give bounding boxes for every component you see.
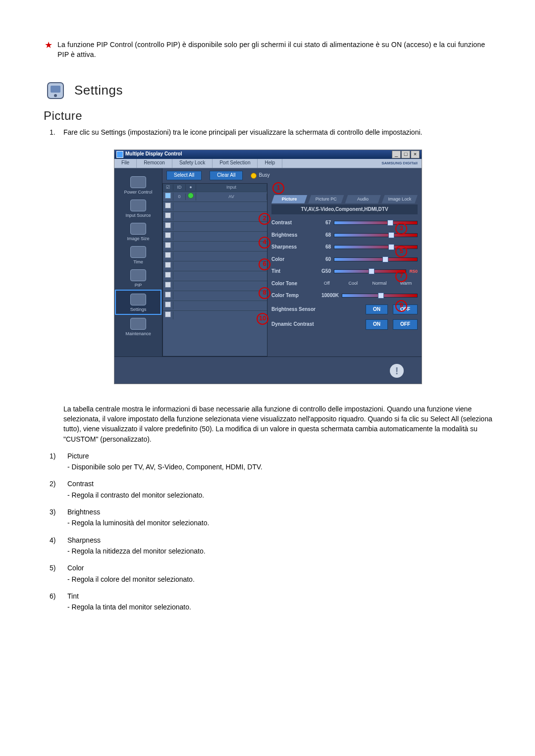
color-tone-label: Color Tone xyxy=(271,280,312,288)
sidebar-item-label: Power Control xyxy=(116,189,160,196)
row-check[interactable] xyxy=(163,252,173,260)
clear-all-button[interactable]: Clear All xyxy=(210,171,243,180)
tone-cool[interactable]: Cool xyxy=(341,280,365,287)
intro-number: 1. xyxy=(50,127,58,137)
legend-title: Sharpness xyxy=(67,535,101,545)
menu-port-selection[interactable]: Port Selection xyxy=(213,159,258,168)
legend-sub: - Regola la tinta del monitor selezionat… xyxy=(67,602,495,612)
menubar: File Remocon Safety Lock Port Selection … xyxy=(114,159,422,168)
dynamic-contrast-on[interactable]: ON xyxy=(366,319,388,330)
close-button[interactable]: × xyxy=(411,151,420,158)
list-row[interactable] xyxy=(163,231,267,241)
list-row[interactable] xyxy=(163,261,267,271)
legend-index: 6) xyxy=(50,591,60,601)
legend-index: 5) xyxy=(50,563,60,573)
sidebar-item-time[interactable]: Time xyxy=(116,243,160,266)
brand-label: SAMSUNG DIGITall xyxy=(282,160,422,166)
list-row[interactable] xyxy=(163,291,267,301)
row-check[interactable] xyxy=(163,302,173,309)
color-temp-row: Color Temp 10000K xyxy=(271,292,418,300)
color-tone-row: Color Tone Off Cool Normal Warm xyxy=(271,280,418,288)
sidebar-item-image-size[interactable]: Image Size xyxy=(116,220,160,243)
toolbar: Select All Clear All Busy xyxy=(162,168,422,183)
list-row[interactable] xyxy=(163,241,267,251)
dynamic-contrast-off[interactable]: OFF xyxy=(393,319,418,330)
main-area: Select All Clear All Busy ☑ ID xyxy=(162,168,422,356)
window-buttons: _ □ × xyxy=(392,151,420,158)
legend-item: 4)Sharpness xyxy=(50,535,495,545)
list-row[interactable] xyxy=(163,301,267,310)
list-row[interactable] xyxy=(163,221,267,231)
tint-right-value: R50 xyxy=(409,268,418,275)
row-check[interactable] xyxy=(163,212,173,220)
color-temp-label: Color Temp xyxy=(271,292,312,300)
row-check[interactable] xyxy=(163,311,173,319)
callout-4: 4 xyxy=(259,237,270,249)
sidebar-item-label: Settings xyxy=(116,306,160,313)
list-row[interactable] xyxy=(163,202,267,211)
list-col-check: ☑ xyxy=(163,184,173,191)
brightness-value: 68 xyxy=(315,232,331,239)
row-check[interactable] xyxy=(163,222,173,230)
svg-rect-1 xyxy=(51,86,60,93)
list-row[interactable]: 0AV xyxy=(163,192,267,202)
brightness-slider[interactable] xyxy=(334,233,418,237)
busy-dot-icon xyxy=(251,173,257,179)
dynamic-contrast-label: Dynamic Contrast xyxy=(271,321,361,328)
sidebar-item-power-control[interactable]: Power Control xyxy=(116,173,160,197)
legend-title: Picture xyxy=(67,451,89,461)
maximize-button[interactable]: □ xyxy=(401,151,410,158)
menu-file[interactable]: File xyxy=(114,159,137,168)
row-check[interactable] xyxy=(163,242,173,250)
menu-help[interactable]: Help xyxy=(258,159,282,168)
tab-image-lock[interactable]: Image Lock xyxy=(382,195,418,203)
intro-item: 1. Fare clic su Settings (impostazioni) … xyxy=(50,127,495,137)
menu-safety-lock[interactable]: Safety Lock xyxy=(172,159,213,168)
tab-picture[interactable]: Picture xyxy=(271,195,307,203)
legend-sub: - Regola il colore del monitor seleziona… xyxy=(67,574,495,584)
callout-5: 5 xyxy=(395,246,407,257)
color-temp-slider[interactable] xyxy=(342,294,418,298)
display-list: ☑ ID ● Input 0AV xyxy=(162,183,268,356)
settings-heading: Settings xyxy=(74,81,123,100)
list-row[interactable] xyxy=(163,271,267,281)
note-row: ★ La funzione PIP Control (controllo PIP… xyxy=(45,40,495,60)
callout-10: 10 xyxy=(257,313,268,325)
settings-icon xyxy=(45,80,66,101)
minimize-button[interactable]: _ xyxy=(392,151,401,158)
list-row[interactable] xyxy=(163,211,267,221)
color-temp-value: 10000K xyxy=(315,292,339,300)
list-row[interactable] xyxy=(163,310,267,320)
tone-off[interactable]: Off xyxy=(315,280,338,287)
row-check[interactable] xyxy=(163,262,173,270)
tone-warm[interactable]: Warm xyxy=(394,280,418,287)
tone-normal[interactable]: Normal xyxy=(368,280,391,287)
brightness-label: Brightness xyxy=(271,232,312,239)
sidebar-icon xyxy=(130,200,146,211)
row-check[interactable] xyxy=(163,202,173,210)
legend-index: 1) xyxy=(50,451,60,461)
legend-index: 3) xyxy=(50,507,60,517)
row-check[interactable] xyxy=(163,282,173,290)
tab-picture-pc[interactable]: Picture PC xyxy=(308,195,344,203)
sidebar-item-pip[interactable]: PIP xyxy=(116,266,160,290)
row-id: 0 xyxy=(173,194,186,200)
color-slider[interactable] xyxy=(334,257,418,261)
row-check[interactable] xyxy=(163,272,173,280)
list-row[interactable] xyxy=(163,251,267,261)
sidebar-item-input-source[interactable]: Input Source xyxy=(116,197,160,220)
legend-item: 5)Color xyxy=(50,563,495,573)
menu-remocon[interactable]: Remocon xyxy=(137,159,172,168)
select-all-button[interactable]: Select All xyxy=(166,171,202,180)
list-row[interactable] xyxy=(163,281,267,291)
sidebar-item-maintenance[interactable]: Maintenance xyxy=(116,315,160,338)
row-check[interactable] xyxy=(163,292,173,300)
callout-1: 1 xyxy=(272,182,284,194)
brightness-sensor-on[interactable]: ON xyxy=(366,304,388,315)
tab-audio[interactable]: Audio xyxy=(345,195,381,203)
sidebar-item-settings[interactable]: Settings xyxy=(115,290,161,315)
tint-value: G50 xyxy=(315,268,331,275)
row-check[interactable] xyxy=(163,193,173,201)
sharpness-label: Sharpness xyxy=(271,244,312,251)
row-check[interactable] xyxy=(163,232,173,240)
